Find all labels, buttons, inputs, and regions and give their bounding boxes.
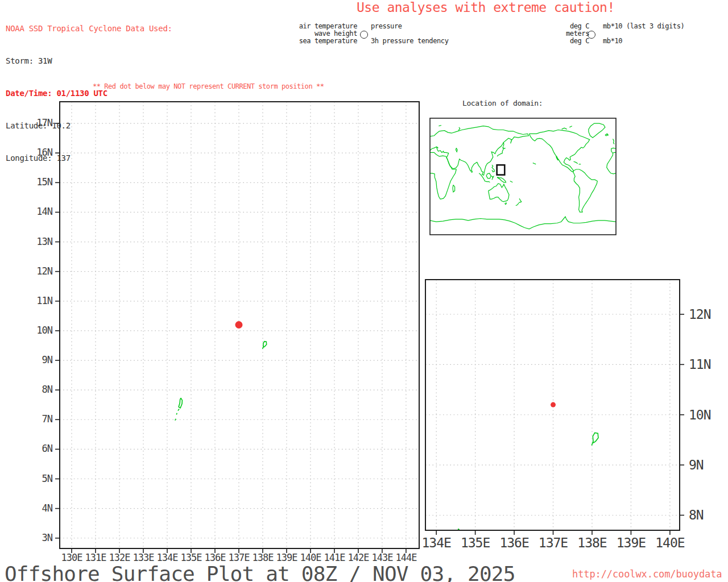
coastline — [479, 173, 490, 182]
x-tick-label: 131E — [85, 552, 107, 563]
legend-pressure-tendency-units: mb*10 — [603, 38, 622, 45]
x-tick-label: 136E — [204, 552, 226, 563]
island-yap — [592, 433, 598, 446]
x-tick-label: 137E — [228, 552, 250, 563]
x-tick-label: 138E — [252, 552, 274, 563]
y-tick-label: 8N — [689, 508, 704, 522]
storm-position-dot — [551, 402, 556, 408]
y-tick-label: 10N — [36, 325, 52, 336]
x-tick-label: 139E — [276, 552, 297, 563]
coastline — [613, 139, 615, 144]
x-tick-label: 140E — [300, 552, 321, 563]
coastline — [430, 152, 456, 199]
x-tick-label: 132E — [109, 552, 131, 563]
y-tick-label: 13N — [36, 236, 52, 247]
x-tick-label: 135E — [180, 552, 202, 563]
station-model-circle-icon — [360, 31, 368, 39]
coastline — [529, 130, 589, 172]
coastline — [605, 134, 609, 136]
world-map-inset — [430, 118, 616, 235]
x-tick-label: 134E — [156, 552, 178, 563]
legend-pressure-units: mb*10 (last 3 digits) — [603, 23, 684, 30]
coastline — [430, 217, 616, 229]
coastline — [453, 185, 455, 192]
coastline — [458, 127, 460, 131]
x-tick-label: 136E — [499, 535, 529, 550]
x-tick-label: 133E — [133, 552, 155, 563]
x-tick-label: 140E — [655, 535, 685, 550]
y-tick-label: 11N — [689, 357, 711, 372]
x-tick-label: 142E — [348, 552, 369, 563]
x-tick-label: 141E — [324, 552, 345, 563]
coastline — [607, 152, 616, 174]
island-yap — [263, 342, 267, 349]
x-tick-label: 143E — [371, 552, 393, 563]
y-tick-label: 12N — [36, 265, 52, 277]
island-palau-south-2 — [176, 413, 177, 415]
y-tick-label: 6N — [42, 443, 53, 454]
x-tick-label: 134E — [421, 535, 451, 550]
coastline — [510, 181, 513, 182]
coastline — [492, 165, 495, 172]
legend-pressure-label: pressure — [371, 23, 402, 30]
coastline — [573, 169, 598, 212]
axis-ticks — [55, 123, 406, 553]
axis-labels: 134E135E136E137E138E139E140E8N9N10N11N12… — [421, 307, 710, 550]
coastline — [489, 184, 509, 202]
storm-position-dot — [235, 321, 242, 329]
y-tick-label: 12N — [689, 307, 711, 322]
y-tick-label: 4N — [42, 502, 53, 514]
coastline — [589, 123, 605, 138]
storm-info-storm-id: Storm: 31W — [6, 56, 172, 66]
y-tick-label: 3N — [42, 532, 53, 543]
island-outlines — [175, 342, 267, 421]
island-palau — [455, 529, 461, 546]
x-tick-label: 139E — [617, 535, 646, 550]
coastline — [533, 163, 536, 164]
island-palau-south-1 — [454, 547, 456, 550]
coastline — [430, 126, 529, 176]
page-title: Offshore Surface Plot at 08Z / NOV 03, 2… — [5, 562, 515, 582]
island-palau-south-2 — [452, 554, 452, 556]
storm-info-longitude: Longitude: 137 — [6, 153, 172, 164]
axis-labels: 130E131E132E133E134E135E136E137E138E139E… — [36, 117, 417, 563]
y-tick-label: 15N — [36, 176, 52, 188]
zoom-inset-plot: 134E135E136E137E138E139E140E8N9N10N11N12… — [421, 280, 710, 567]
coastline — [569, 126, 572, 127]
coastline — [497, 177, 506, 182]
legend-sea-temperature-units: deg C — [570, 38, 589, 45]
offshore-surface-plot-page: { "header": { "storm_info": { "lines": [… — [0, 0, 728, 582]
y-tick-label: 7N — [42, 413, 53, 425]
axis-ticks — [436, 314, 684, 535]
coastline — [516, 203, 519, 206]
inset-title: Location of domain: — [462, 99, 543, 107]
coastline — [503, 142, 504, 147]
y-tick-label: 11N — [36, 295, 52, 306]
y-tick-label: 8N — [42, 384, 53, 395]
legend-pressure-tendency-label: 3h pressure tendency — [371, 38, 449, 45]
y-tick-label: 9N — [689, 458, 704, 472]
coastline — [491, 176, 494, 180]
coastline — [439, 126, 441, 126]
coastlines — [430, 123, 616, 229]
y-tick-label: 9N — [42, 354, 53, 365]
coastline — [562, 128, 567, 129]
storm-position-note: ** Red dot below may NOT represent CURRE… — [93, 82, 324, 90]
x-tick-label: 144E — [395, 552, 417, 563]
y-tick-label: 5N — [42, 473, 53, 484]
coastline — [505, 202, 507, 204]
source-url: http://coolwx.com/buoydata — [572, 568, 722, 580]
y-tick-label: 14N — [36, 206, 52, 217]
x-tick-label: 137E — [539, 535, 568, 550]
coastline — [519, 198, 522, 202]
island-palau — [179, 398, 182, 408]
island-palau-south-3 — [175, 419, 176, 421]
island-palau-south-1 — [178, 409, 179, 411]
x-tick-label: 135E — [461, 535, 490, 550]
caution-warning: Use analyses with extreme caution! — [357, 0, 615, 15]
coastline — [456, 148, 457, 152]
storm-info-source: NOAA SSD Tropical Cyclone Data Used: — [6, 23, 172, 34]
coastline — [486, 173, 491, 178]
coastline — [574, 161, 578, 163]
domain-rectangle — [497, 165, 505, 174]
